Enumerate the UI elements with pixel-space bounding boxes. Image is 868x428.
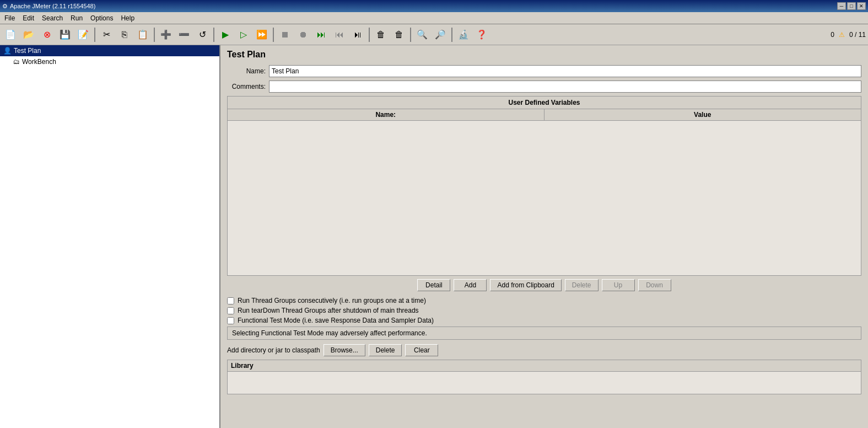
variables-table: Name: Value (227, 109, 861, 276)
search-reset-button[interactable]: 🔎 (432, 26, 449, 43)
title-bar-left: ⚙ Apache JMeter (2.11 r1554548) (2, 3, 95, 10)
remote-start-button[interactable]: ⏭ (313, 26, 330, 43)
tree-panel: 👤 Test Plan 🗂 WorkBench (0, 45, 220, 428)
shutdown-button[interactable]: ⏺ (295, 26, 311, 43)
delete-classpath-button[interactable]: Delete (369, 344, 402, 356)
col-value: Value (544, 109, 861, 120)
down-button[interactable]: Down (638, 279, 671, 291)
clear-classpath-button[interactable]: Clear (405, 344, 438, 356)
delete-button[interactable]: Delete (565, 279, 599, 291)
menu-edit[interactable]: Edit (19, 13, 37, 23)
col-name: Name: (228, 109, 544, 120)
close-button-tb[interactable]: ⊗ (39, 26, 55, 43)
clear-all-button-tb[interactable]: 🗑 (391, 26, 407, 43)
add-button-tb[interactable]: ➕ (158, 26, 174, 43)
cut-button[interactable]: ✂ (98, 26, 115, 43)
name-label: Name: (227, 67, 266, 75)
functional-mode-checkbox[interactable] (227, 317, 234, 324)
separator-5 (369, 28, 370, 42)
remove-button-tb[interactable]: ➖ (176, 26, 192, 43)
variables-btn-row: Detail Add Add from Clipboard Delete Up … (227, 279, 861, 291)
function-helper-button[interactable]: 🔬 (455, 26, 472, 43)
minimize-button[interactable]: ─ (837, 2, 846, 10)
tree-item-label-workbench: WorkBench (22, 58, 56, 66)
separator-7 (451, 28, 452, 42)
run-consecutively-label: Run Thread Groups consecutively (i.e. ru… (238, 297, 426, 304)
comments-row: Comments: (227, 81, 861, 93)
start-notimers-button[interactable]: ⏩ (254, 26, 270, 43)
table-header: Name: Value (228, 109, 861, 121)
tree-item-test-plan[interactable]: 👤 Test Plan (0, 45, 219, 56)
library-body (228, 372, 861, 394)
search-button-tb[interactable]: 🔍 (414, 26, 430, 43)
functional-mode-label: Functional Test Mode (i.e. save Response… (238, 317, 434, 324)
help-button-tb[interactable]: ❓ (473, 26, 490, 43)
close-button[interactable]: ✕ (857, 2, 866, 10)
stop-button[interactable]: ⏹ (277, 26, 293, 43)
menu-help[interactable]: Help (117, 13, 138, 23)
separator-1 (94, 28, 95, 42)
comments-label: Comments: (227, 83, 266, 90)
toolbar: 📄 📂 ⊗ 💾 📝 ✂ ⎘ 📋 ➕ ➖ ↺ ▶ ▷ ⏩ ⏹ ⏺ ⏭ ⏮ ⏯ 🗑 … (0, 24, 868, 45)
name-input[interactable] (269, 65, 861, 77)
variables-section-title: User Defined Variables (227, 96, 861, 109)
separator-6 (410, 28, 411, 42)
separator-4 (273, 28, 274, 42)
running-count: 0 / 11 (849, 31, 866, 39)
comments-input[interactable] (269, 81, 861, 93)
library-table: Library (227, 360, 861, 394)
run-teardown-label: Run tearDown Thread Groups after shutdow… (238, 307, 419, 314)
save-as-button[interactable]: 📝 (75, 26, 91, 43)
menu-bar: File Edit Search Run Options Help (0, 12, 868, 24)
refresh-button[interactable]: ↺ (194, 26, 211, 43)
test-plan-icon: 👤 (3, 47, 12, 55)
main-layout: 👤 Test Plan 🗂 WorkBench Test Plan Name: … (0, 45, 868, 428)
maximize-button[interactable]: □ (847, 2, 856, 10)
content-panel: Test Plan Name: Comments: User Defined V… (220, 45, 868, 428)
browse-button[interactable]: Browse... (324, 344, 365, 356)
window-controls[interactable]: ─ □ ✕ (837, 2, 866, 10)
remote-stop-button[interactable]: ⏮ (331, 26, 348, 43)
save-button[interactable]: 💾 (57, 26, 73, 43)
tree-item-label: Test Plan (14, 47, 41, 55)
library-header: Library (228, 360, 861, 372)
add-button[interactable]: Add (454, 279, 487, 291)
start-button[interactable]: ▶ (217, 26, 234, 43)
tree-item-workbench[interactable]: 🗂 WorkBench (0, 56, 219, 67)
paste-button[interactable]: 📋 (134, 26, 151, 43)
warning-icon: ⚠ (839, 31, 845, 39)
run-consecutively-checkbox[interactable] (227, 297, 234, 304)
error-count: 0 (831, 31, 834, 39)
functional-mode-warning: Selecting Functional Test Mode may adver… (227, 327, 861, 340)
checkbox-row-1: Run Thread Groups consecutively (i.e. ru… (227, 297, 861, 304)
detail-button[interactable]: Detail (417, 279, 450, 291)
menu-search[interactable]: Search (39, 13, 66, 23)
checkbox-row-3: Functional Test Mode (i.e. save Response… (227, 317, 861, 324)
copy-button[interactable]: ⎘ (116, 26, 133, 43)
workbench-icon: 🗂 (13, 58, 20, 66)
name-row: Name: (227, 65, 861, 77)
start-nopause-button[interactable]: ▷ (235, 26, 252, 43)
menu-file[interactable]: File (1, 13, 18, 23)
toolbar-right: 0 ⚠ 0 / 11 (831, 31, 866, 39)
checkbox-row-2: Run tearDown Thread Groups after shutdow… (227, 307, 861, 314)
remote-shutdown-button[interactable]: ⏯ (349, 26, 366, 43)
table-body (228, 121, 861, 275)
classpath-label: Add directory or jar to classpath (227, 346, 320, 354)
classpath-row: Add directory or jar to classpath Browse… (227, 344, 861, 356)
up-button[interactable]: Up (602, 279, 635, 291)
clear-button-tb[interactable]: 🗑 (373, 26, 389, 43)
add-from-clipboard-button[interactable]: Add from Clipboard (490, 279, 561, 291)
separator-2 (154, 28, 155, 42)
app-icon: ⚙ (2, 3, 8, 10)
separator-3 (213, 28, 214, 42)
open-button[interactable]: 📂 (20, 26, 37, 43)
menu-options[interactable]: Options (87, 13, 116, 23)
menu-run[interactable]: Run (67, 13, 86, 23)
run-teardown-checkbox[interactable] (227, 307, 234, 314)
window-title: Apache JMeter (2.11 r1554548) (10, 3, 95, 9)
title-bar: ⚙ Apache JMeter (2.11 r1554548) ─ □ ✕ (0, 0, 868, 12)
panel-title: Test Plan (227, 50, 861, 60)
new-button[interactable]: 📄 (2, 26, 19, 43)
